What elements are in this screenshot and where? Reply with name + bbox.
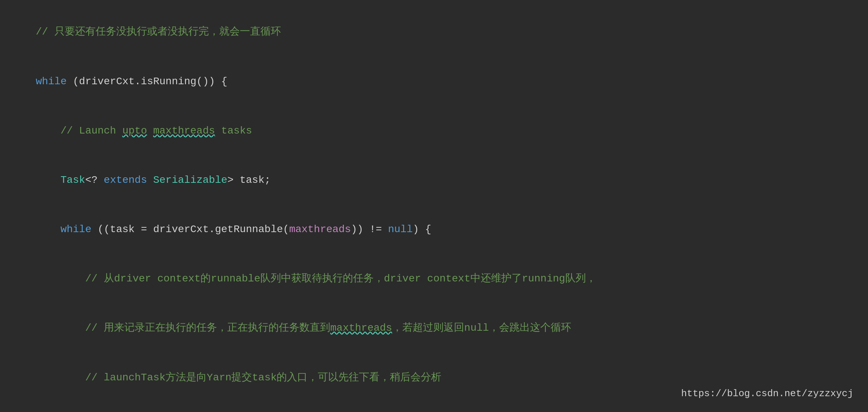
line-while-outer: while (driverCxt.isRunning()) { <box>11 57 857 106</box>
watermark-text: https://blog.csdn.net/zyzzxycj <box>681 388 853 399</box>
line-task-decl: Task<? extends Serializable> task; <box>11 156 857 205</box>
comment-maxthreads: // 用来记录正在执行的任务，正在执行的任务数直到maxthreads，若超过则… <box>36 322 571 334</box>
indent-4b <box>36 224 60 235</box>
watermark: https://blog.csdn.net/zyzzxycj <box>681 386 853 401</box>
comment-launch: // Launch upto maxthreads tasks <box>36 125 252 136</box>
line-comment-driver: // 从driver context的runnable队列中获取待执行的任务，d… <box>11 254 857 303</box>
comment-driver: // 从driver context的runnable队列中获取待执行的任务，d… <box>36 273 596 284</box>
while-inner-end: )) <box>351 224 369 235</box>
keyword-extends: extends <box>104 174 147 186</box>
comment-launchtask: // launchTask方法是向Yarn提交task的入口，可以先往下看，稍后… <box>36 372 441 383</box>
paren-open-outer: (driverCxt.isRunning()) { <box>67 76 227 87</box>
maxthreads-purple: maxthreads <box>289 224 351 235</box>
line-comment-maxthreads: // 用来记录正在执行的任务，正在执行的任务数直到maxthreads，若超过则… <box>11 303 857 353</box>
while-inner-start: ((task = driverCxt.getRunnable( <box>91 224 289 235</box>
space-serial <box>147 174 153 186</box>
angle-close-task: > task; <box>227 174 271 186</box>
code-block: // 只要还有任务没执行或者没执行完，就会一直循环 while (driverC… <box>11 7 857 412</box>
keyword-while-outer: while <box>36 76 67 87</box>
line-comment-1: // 只要还有任务没执行或者没执行完，就会一直循环 <box>11 7 857 57</box>
while-brace: ) { <box>413 224 431 235</box>
keyword-while-inner: while <box>60 224 91 235</box>
line-comment-launch: // Launch upto maxthreads tasks <box>11 106 857 155</box>
angle-open: <? <box>85 174 104 186</box>
line-task-runner: TaskRunner runner = launchTask(task, que… <box>11 402 857 412</box>
type-serializable: Serializable <box>153 174 228 186</box>
comment-text-1: // 只要还有任务没执行或者没执行完，就会一直循环 <box>36 26 281 38</box>
not-equal: != <box>370 224 382 235</box>
indent-4 <box>36 174 60 186</box>
line-while-inner: while ((task = driverCxt.getRunnable(max… <box>11 205 857 254</box>
space-null <box>382 224 388 235</box>
null-keyword: null <box>388 224 413 235</box>
type-task: Task <box>60 174 85 186</box>
